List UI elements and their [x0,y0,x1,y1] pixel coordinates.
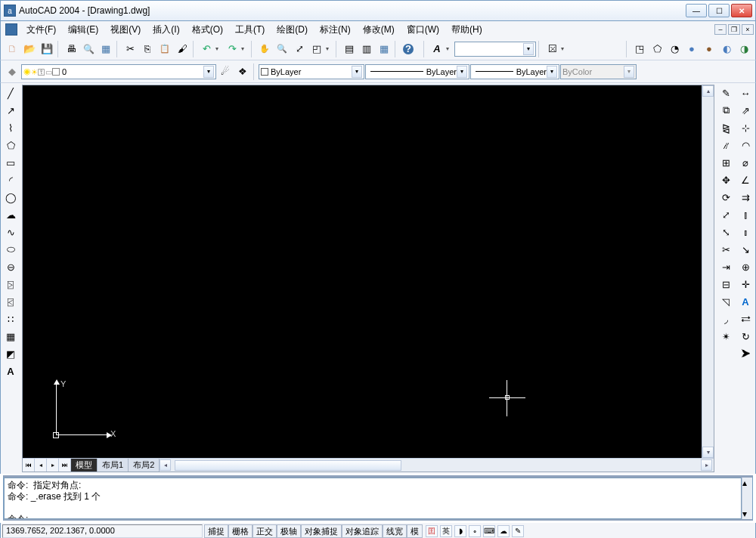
leader-tool[interactable]: ↘ [737,241,754,258]
close-button[interactable]: ✕ [731,4,752,17]
scroll-thumb[interactable] [175,460,401,471]
open-button[interactable] [21,41,38,57]
menu-draw[interactable]: 绘图(D) [271,22,314,38]
polygon-tool[interactable]: ⬠ [2,137,19,153]
horizontal-scrollbar[interactable]: ◂ ▸ [160,459,714,472]
ime-settings-icon[interactable]: ✎ [512,525,524,537]
help-button[interactable] [400,41,417,57]
dim-quick-tool[interactable]: ⇉ [737,189,754,206]
dim-angular-tool[interactable]: ∠ [737,172,754,188]
text-style-icon[interactable] [429,41,445,57]
dim-baseline-tool[interactable]: ⫿ [737,206,754,223]
ime-mode-icon[interactable]: 英 [440,525,452,537]
scroll-left-button[interactable]: ◂ [160,459,171,471]
lineweight-combo[interactable]: ByLayer ▾ [470,64,559,79]
view-2dwire-icon[interactable]: ◳ [631,41,648,57]
tab-model[interactable]: 模型 [71,459,98,472]
ime-keyboard-icon[interactable]: ⌨ [483,525,495,537]
view-flat-icon[interactable]: ● [683,41,700,57]
command-scrollbar[interactable]: ▴ ▾ [742,478,752,519]
scale-tool[interactable]: ⤢ [717,206,734,223]
menu-insert[interactable]: 插入(I) [147,22,185,38]
dim-tedit-tool[interactable]: ⮂ [737,311,754,327]
otrack-toggle[interactable]: 对象追踪 [342,524,383,538]
text-tool[interactable]: A [2,363,19,379]
menu-format[interactable]: 格式(O) [186,22,229,38]
pan-button[interactable] [256,41,273,57]
chevron-down-icon[interactable]: ▾ [352,66,362,78]
chevron-down-icon[interactable]: ▾ [203,66,214,78]
dim-linear-tool[interactable]: ↔ [737,85,754,101]
fillet-tool[interactable]: ◞ [717,311,734,327]
array-tool[interactable]: ⊞ [717,154,734,171]
undo-button[interactable] [198,41,215,57]
command-text[interactable]: 命令: 指定对角点: 命令: _.erase 找到 1 个 命令: [4,478,742,519]
scroll-down-button[interactable]: ▾ [742,509,752,519]
chevron-down-icon[interactable]: ▾ [457,66,467,78]
copy-tool[interactable]: ⧉ [717,102,734,119]
pline-tool[interactable]: ⌇ [2,119,19,136]
maximize-button[interactable]: ☐ [708,4,730,17]
model-toggle[interactable]: 模 [407,524,423,538]
linetype-combo[interactable]: ByLayer ▾ [365,64,469,79]
dim-diameter-tool[interactable]: ⌀ [737,154,754,171]
ime-shape-icon[interactable]: ◗ [454,525,466,537]
copy-button[interactable] [139,41,156,57]
zoom-window-button[interactable] [308,41,325,57]
move-tool[interactable]: ✥ [717,172,734,188]
polar-toggle[interactable]: 极轴 [277,524,301,538]
redo-dropdown[interactable]: ▾ [241,45,249,52]
layer-previous-button[interactable]: ☄ [217,63,234,80]
minimize-button[interactable]: — [686,4,707,17]
make-block-tool[interactable]: ⍃ [2,293,19,310]
menu-tools[interactable]: 工具(T) [229,22,271,38]
tab-prev-button[interactable]: ◂ [35,459,47,472]
view-flat-edges-icon[interactable]: ◐ [718,41,735,57]
dim-ordinate-tool[interactable]: ⊹ [737,119,754,136]
ime-lang-icon[interactable]: 囯 [426,525,438,537]
revcloud-tool[interactable]: ☁ [2,206,19,223]
design-center-button[interactable] [358,41,375,57]
paste-button[interactable] [156,41,173,57]
tab-first-button[interactable]: ⏮ [23,459,35,472]
break-tool[interactable]: ⊟ [717,276,734,292]
cut-button[interactable] [122,41,138,57]
ellipse-arc-tool[interactable]: ⊖ [2,258,19,275]
scroll-track[interactable] [702,97,714,447]
ime-cloud-icon[interactable]: ☁ [497,525,510,537]
menu-modify[interactable]: 修改(M) [357,22,401,38]
chevron-down-icon[interactable]: ▾ [523,43,534,55]
scroll-track[interactable] [172,460,700,471]
extend-tool[interactable]: ⇥ [717,258,734,275]
line-tool[interactable]: ╱ [2,85,19,101]
offset-tool[interactable]: ⫽ [717,137,734,153]
layer-states-button[interactable]: ❖ [234,63,251,80]
center-mark-tool[interactable]: ✛ [737,276,754,292]
insert-block-tool[interactable]: ⍄ [2,276,19,292]
mdi-minimize-button[interactable]: – [714,24,727,35]
tab-last-button[interactable]: ⏭ [59,459,71,472]
view-gouraud-icon[interactable]: ● [701,41,717,57]
view-3dwire-icon[interactable]: ⬠ [649,41,665,57]
publish-button[interactable] [98,41,114,57]
chevron-down-icon[interactable]: ▾ [547,66,557,78]
scroll-track[interactable] [742,488,752,509]
dim-style-tool[interactable]: ⮞ [737,345,754,362]
ellipse-tool[interactable]: ⬭ [2,241,19,258]
zoom-previous-button[interactable] [291,41,308,57]
rectangle-tool[interactable]: ▭ [2,154,19,171]
scroll-up-button[interactable]: ▴ [702,85,714,97]
menu-view[interactable]: 视图(V) [104,22,147,38]
dim-continue-tool[interactable]: ⫾ [737,224,754,240]
chamfer-tool[interactable]: ◹ [717,293,734,310]
region-tool[interactable]: ◩ [2,345,19,362]
layer-combo[interactable]: 0 ▾ [21,64,216,79]
tolerance-tool[interactable]: ⊕ [737,258,754,275]
osnap-toggle[interactable]: 对象捕捉 [301,524,342,538]
dim-update-tool[interactable]: ↻ [737,328,754,345]
dim-edit-tool[interactable]: A [737,293,754,310]
xline-tool[interactable]: ↗ [2,102,19,119]
redo-button[interactable] [224,41,240,57]
tab-layout2[interactable]: 布局2 [129,459,160,472]
mdi-restore-button[interactable]: ❐ [728,24,740,35]
